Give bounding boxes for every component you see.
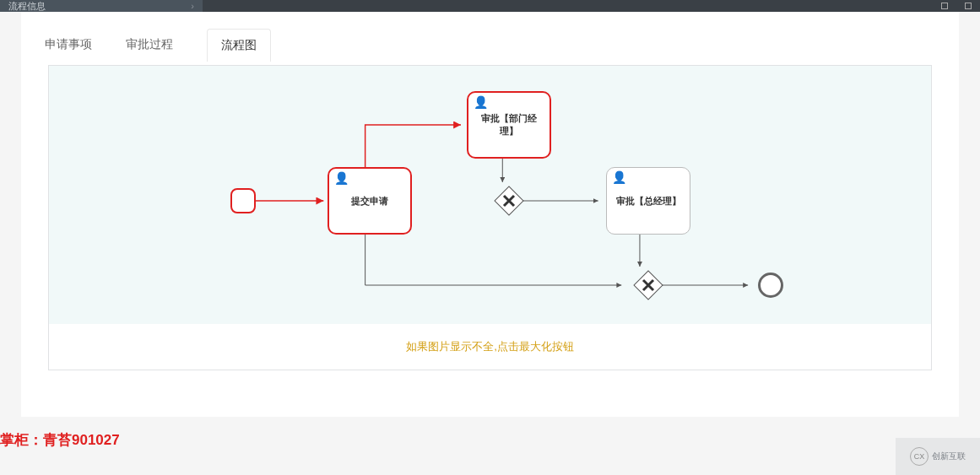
logo-mark-icon: CX: [910, 447, 929, 466]
task-submit[interactable]: 👤 提交申请: [328, 167, 412, 235]
tabs: 申请事项 审批过程 流程图: [21, 12, 959, 62]
start-event[interactable]: [230, 188, 256, 213]
maximize-icon[interactable]: [965, 3, 972, 9]
content-panel: 申请事项 审批过程 流程图: [21, 12, 959, 417]
tab-apply[interactable]: 申请事项: [45, 37, 92, 62]
window-title: 流程信息: [8, 0, 46, 13]
gateway-2[interactable]: [631, 268, 665, 302]
user-icon: 👤: [334, 172, 349, 184]
task-general-manager[interactable]: 👤 审批【总经理】: [606, 167, 690, 235]
logo-badge: CX 创新互联: [896, 438, 980, 475]
logo-text: 创新互联: [932, 451, 966, 462]
diagram-container: 👤 提交申请 👤 审批【部门经理】 👤 审批【总经理】: [48, 65, 932, 370]
title-bar: 流程信息 ›: [0, 0, 980, 12]
window-controls: [941, 0, 972, 12]
task-label: 审批【总经理】: [616, 195, 681, 208]
minimize-icon[interactable]: [941, 3, 948, 9]
end-event[interactable]: [758, 273, 783, 298]
task-dept-manager[interactable]: 👤 审批【部门经理】: [467, 91, 551, 159]
tab-flowchart[interactable]: 流程图: [207, 29, 271, 62]
diagram-hint: 如果图片显示不全,点击最大化按钮: [49, 324, 931, 370]
task-label: 提交申请: [351, 195, 388, 208]
sidebar-header: 流程信息 ›: [0, 0, 203, 12]
tab-review[interactable]: 审批过程: [126, 37, 173, 62]
user-icon: 👤: [474, 96, 488, 108]
task-label: 审批【部门经理】: [474, 112, 544, 138]
user-icon: 👤: [612, 171, 626, 183]
chevron-right-icon: ›: [191, 1, 194, 11]
bpmn-diagram: 👤 提交申请 👤 审批【部门经理】 👤 审批【总经理】: [49, 66, 931, 324]
owner-note: 掌柜：青苔901027: [0, 430, 120, 450]
gateway-1[interactable]: [492, 184, 526, 218]
